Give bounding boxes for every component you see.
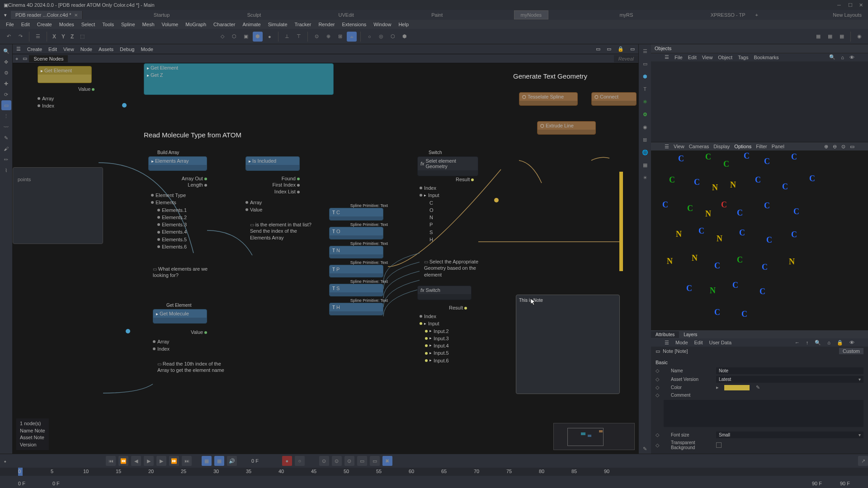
view-menu-filter[interactable]: Filter (756, 144, 767, 149)
close-tab-icon[interactable]: ✕ (74, 13, 78, 18)
obj-menu-view[interactable]: View (702, 55, 713, 60)
color-picker-icon[interactable]: ✎ (756, 385, 760, 390)
cube-icon[interactable]: ⬡ (229, 32, 239, 42)
history-redo-icon[interactable]: ↷ (15, 32, 25, 42)
tl-mode2-icon[interactable]: ▦ (214, 456, 224, 466)
menu-render[interactable]: Render (315, 21, 338, 28)
coord-icon[interactable]: ⬚ (77, 32, 87, 42)
menu-mesh[interactable]: Mesh (139, 21, 158, 28)
attr-fontsize-dropdown[interactable]: Small (716, 432, 863, 438)
menu-modes[interactable]: Modes (56, 21, 77, 28)
app-menu-icon[interactable]: ▾ (0, 12, 11, 18)
node-get-molecule[interactable]: ▸Get Molecule (153, 309, 207, 324)
menu-animate[interactable]: Animate (239, 21, 264, 28)
rtool-sphere-icon[interactable]: ◉ (640, 122, 650, 132)
tl-record-icon[interactable]: ● (282, 456, 292, 466)
layout-mynodes[interactable]: myNodes (514, 10, 548, 19)
cube-solid-icon[interactable]: ⬢ (253, 32, 263, 42)
snap3-icon[interactable]: ⫨ (347, 32, 357, 42)
attr-menu-mode[interactable]: Mode (675, 340, 688, 345)
layout-startup[interactable]: Startup (147, 11, 176, 19)
node-get-element[interactable]: ▸Get Element (38, 66, 92, 83)
node-spline-p[interactable]: T P (329, 265, 383, 277)
menu-character[interactable]: Character (210, 21, 238, 28)
menu-create[interactable]: Create (34, 21, 55, 28)
node-menu-edit[interactable]: Edit (48, 47, 57, 52)
node-menu-create[interactable]: Create (27, 47, 42, 52)
tl-sound-icon[interactable]: 🔊 (227, 456, 237, 466)
attr-home-icon[interactable]: ⌂ (827, 340, 830, 345)
menu-spline[interactable]: Spline (118, 21, 138, 28)
axis-z[interactable]: Z (69, 33, 75, 40)
rtool-rect-icon[interactable]: ▭ (640, 59, 650, 69)
axis-y[interactable]: Y (60, 33, 67, 40)
tl-opt1-icon[interactable]: ⊙ (319, 456, 329, 466)
layout-paint[interactable]: Paint (425, 11, 449, 19)
attr-mode-dropdown[interactable]: Custom (839, 348, 863, 354)
tl-key2-icon[interactable]: ○ (295, 456, 305, 466)
tl-prev-icon[interactable]: ⏪ (118, 456, 128, 466)
node-menu-node[interactable]: Node (80, 47, 92, 52)
node-spline-o[interactable]: T O (329, 227, 383, 239)
align2-icon[interactable]: ⊤ (294, 32, 304, 42)
port-dot2[interactable] (126, 329, 130, 333)
menu-volume[interactable]: Volume (159, 21, 182, 28)
view-menu-display[interactable]: Display (713, 144, 730, 149)
view-icon1[interactable]: ⊕ (824, 144, 828, 150)
view-menu-cameras[interactable]: Cameras (689, 144, 709, 149)
rtool-light-icon[interactable]: ☀ (640, 173, 650, 183)
tool-rotate-icon[interactable]: ⟳ (1, 89, 11, 99)
history-undo-icon[interactable]: ↶ (4, 32, 14, 42)
node-switch[interactable]: fx Switch (417, 286, 472, 300)
attr-search-icon[interactable]: 🔍 (815, 340, 821, 346)
snap2-icon[interactable]: ⊕ (323, 32, 333, 42)
node-points-group[interactable]: points (13, 167, 103, 244)
menu-tools[interactable]: Tools (99, 21, 117, 28)
view-icon3[interactable]: ⊙ (841, 144, 845, 150)
tool-move-icon[interactable]: ✥ (1, 57, 11, 67)
tl-stepfwd-icon[interactable]: ▶ (156, 456, 166, 466)
axis-x[interactable]: X (51, 33, 58, 40)
scene-tab[interactable]: Scene Nodes (29, 55, 68, 62)
tl-first-icon[interactable]: ⏮ (106, 456, 116, 466)
rtool-edit-icon[interactable]: ✎ (640, 444, 650, 454)
tl-start-frame[interactable]: 0 F (18, 481, 25, 486)
obj-home-icon[interactable]: ⌂ (841, 55, 844, 60)
view-menu-panel[interactable]: Panel (772, 144, 784, 149)
attr-menu-edit[interactable]: Edit (694, 340, 703, 345)
menu-mograph[interactable]: MoGraph (182, 21, 209, 28)
maximize-button[interactable]: ☐ (848, 2, 854, 8)
add-layout-icon[interactable]: + (752, 12, 762, 18)
tl-opt5-icon[interactable]: ▭ (370, 456, 380, 466)
clapper1-icon[interactable]: ▦ (813, 32, 823, 42)
tl-opt2-icon[interactable]: ⊙ (332, 456, 342, 466)
rtool-atom-icon[interactable]: ⚛ (640, 97, 650, 107)
tool-brush-icon[interactable]: ✎ (1, 133, 11, 143)
tl-opt4-icon[interactable]: ▭ (357, 456, 367, 466)
render1-icon[interactable]: ○ (364, 32, 374, 42)
node-toolbar-icon2[interactable]: ▭ (607, 46, 611, 52)
node-toolbar-icon1[interactable]: ▭ (596, 46, 600, 52)
node-spline-c[interactable]: T C (329, 208, 383, 221)
cube2-icon[interactable]: ▣ (241, 32, 251, 42)
tool-search-icon[interactable]: 🔍 (1, 46, 11, 56)
render3-icon[interactable]: ⬡ (388, 32, 398, 42)
tool-points-icon[interactable]: ⋮ (1, 111, 11, 121)
node-extrude[interactable]: ⬡ Extrude Line (537, 121, 596, 135)
snap1-icon[interactable]: ⊙ (311, 32, 321, 42)
tab-layers[interactable]: Layers (679, 331, 702, 338)
node-toolbar-lock-icon[interactable]: 🔒 (618, 46, 624, 52)
attr-comment-textarea[interactable] (664, 400, 863, 427)
tl-end-frame[interactable]: 90 F (840, 481, 850, 486)
obj-menu-file[interactable]: File (675, 55, 683, 60)
attr-menu-userdata[interactable]: User Data (709, 340, 732, 345)
rtool-menu-icon[interactable]: ☰ (640, 46, 650, 56)
node-menu-mode[interactable]: Mode (141, 47, 153, 52)
layout-newlayouts[interactable]: New Layouts (826, 11, 868, 19)
obj-menu-tags[interactable]: Tags (738, 55, 748, 60)
sphere-icon[interactable]: ● (264, 32, 274, 42)
clapper2-icon[interactable]: ▦ (825, 32, 835, 42)
layout-sculpt[interactable]: Sculpt (241, 11, 268, 19)
node-group-teal[interactable]: ▸Get Element ▸Get Z (144, 63, 334, 95)
node-toolbar-icon4[interactable]: ▭ (630, 46, 635, 52)
